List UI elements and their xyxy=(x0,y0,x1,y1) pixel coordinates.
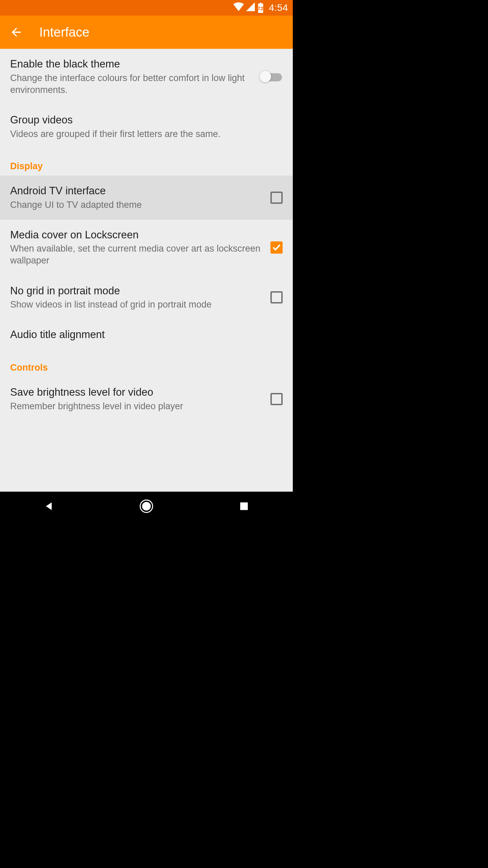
svg-rect-2 xyxy=(240,502,248,510)
save-brightness-checkbox[interactable] xyxy=(270,393,283,405)
setting-save-brightness[interactable]: Save brightness level for video Remember… xyxy=(0,377,293,412)
setting-title: Media cover on Lockscreen xyxy=(10,229,265,242)
wifi-icon xyxy=(233,2,244,14)
status-bar: 72 4:54 xyxy=(0,0,293,16)
setting-group-videos[interactable]: Group videos Videos are grouped if their… xyxy=(0,105,293,149)
setting-title: No grid in portrait mode xyxy=(10,284,265,298)
svg-point-1 xyxy=(142,502,151,511)
setting-title: Save brightness level for video xyxy=(10,386,265,399)
setting-no-grid[interactable]: No grid in portrait mode Show videos in … xyxy=(0,276,293,320)
cellular-icon xyxy=(246,2,255,14)
setting-title: Group videos xyxy=(10,114,277,127)
setting-subtitle: Videos are grouped if their first letter… xyxy=(10,128,277,140)
black-theme-switch[interactable] xyxy=(260,71,283,83)
no-grid-checkbox[interactable] xyxy=(270,291,283,303)
setting-title: Android TV interface xyxy=(10,184,265,198)
setting-subtitle: Show videos in list instead of grid in p… xyxy=(10,299,265,311)
setting-title: Audio title alignment xyxy=(10,328,277,341)
android-tv-checkbox[interactable] xyxy=(270,192,283,204)
setting-subtitle: Remember brightness level in video playe… xyxy=(10,400,265,412)
setting-subtitle: When available, set the current media co… xyxy=(10,243,265,267)
nav-home-button[interactable] xyxy=(126,496,167,516)
setting-title: Enable the black theme xyxy=(10,58,255,71)
nav-back-button[interactable] xyxy=(28,496,69,516)
section-controls-header: Controls xyxy=(0,350,293,377)
setting-media-cover[interactable]: Media cover on Lockscreen When available… xyxy=(0,220,293,276)
navigation-bar xyxy=(0,492,293,521)
setting-audio-alignment[interactable]: Audio title alignment xyxy=(0,319,293,350)
setting-subtitle: Change UI to TV adapted theme xyxy=(10,199,265,211)
nav-recent-button[interactable] xyxy=(224,496,264,516)
page-title: Interface xyxy=(39,25,89,40)
app-bar: Interface xyxy=(0,16,293,49)
settings-list: Enable the black theme Change the interf… xyxy=(0,49,293,492)
battery-icon: 72 xyxy=(257,3,264,13)
section-display-header: Display xyxy=(0,149,293,176)
back-button[interactable] xyxy=(8,24,24,40)
media-cover-checkbox[interactable] xyxy=(270,241,283,254)
setting-android-tv[interactable]: Android TV interface Change UI to TV ada… xyxy=(0,176,293,220)
setting-subtitle: Change the interface colours for better … xyxy=(10,72,255,96)
status-clock: 4:54 xyxy=(269,2,288,13)
setting-black-theme[interactable]: Enable the black theme Change the interf… xyxy=(0,49,293,105)
